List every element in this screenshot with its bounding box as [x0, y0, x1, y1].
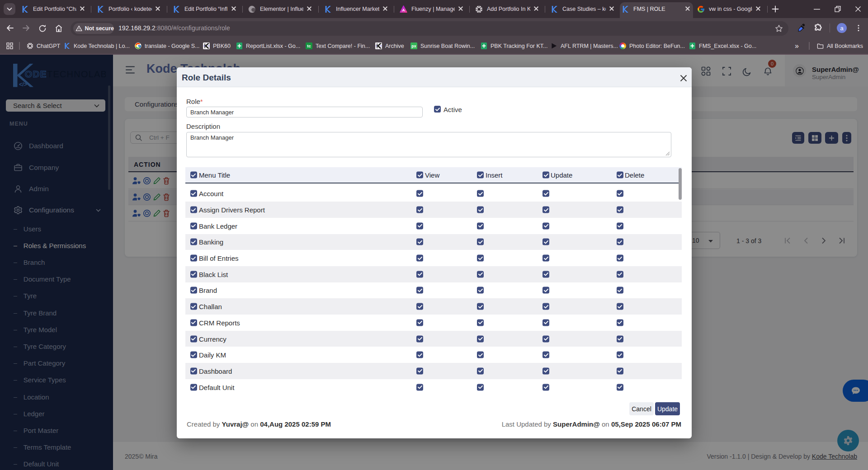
- svg-text:tc: tc: [307, 44, 311, 48]
- svg-text:px: px: [411, 44, 416, 48]
